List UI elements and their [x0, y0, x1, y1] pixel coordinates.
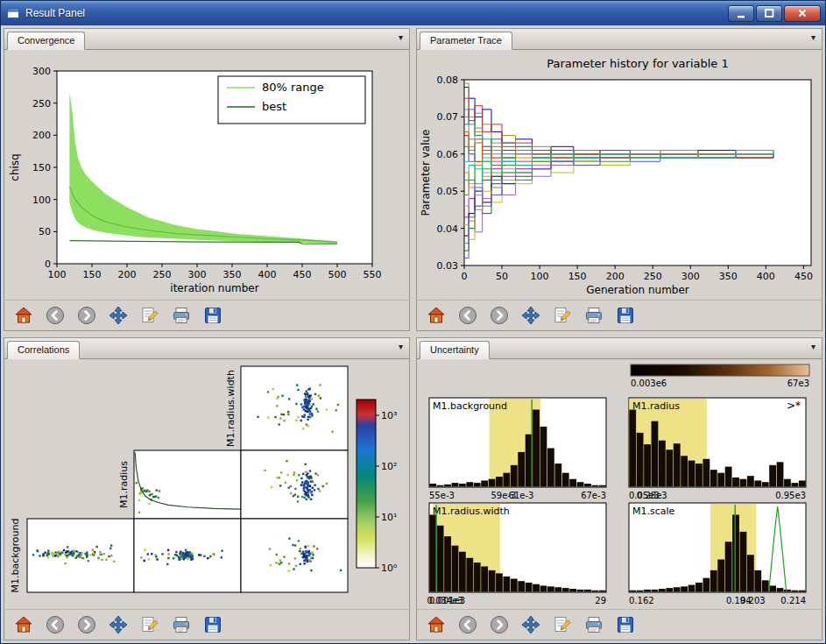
svg-text:best: best	[262, 100, 286, 113]
svg-text:M1.radius: M1.radius	[632, 400, 680, 412]
pan-icon	[108, 305, 129, 326]
minimize-button[interactable]	[728, 5, 754, 22]
pan-button[interactable]	[105, 303, 131, 328]
uncertainty-toolbar	[416, 609, 822, 640]
svg-text:0.162: 0.162	[629, 596, 654, 605]
save-icon	[615, 305, 636, 326]
correlation-panel	[241, 450, 348, 519]
svg-text:0.28e3: 0.28e3	[637, 491, 667, 500]
svg-text:100: 100	[531, 271, 549, 282]
back-icon	[45, 614, 66, 635]
back-button[interactable]	[455, 612, 481, 637]
tab-list-dropdown-icon[interactable]: ▾	[399, 342, 403, 351]
tab-list-dropdown-icon[interactable]: ▾	[811, 32, 815, 42]
trace-plot-canvas[interactable]: Parameter history for variable 105010015…	[416, 50, 822, 300]
svg-text:350: 350	[719, 271, 738, 282]
forward-button[interactable]	[486, 303, 512, 328]
print-icon	[171, 305, 192, 326]
edit-icon	[552, 305, 573, 326]
svg-text:100: 100	[48, 269, 67, 280]
back-button[interactable]	[455, 303, 481, 328]
svg-text:300: 300	[32, 66, 51, 77]
tab-correlations[interactable]: Correlations	[7, 341, 80, 359]
svg-text:61e-3: 61e-3	[509, 491, 534, 500]
uncertainty-figure: 0.003e667e3M1.background55e-359e-361e-36…	[417, 359, 822, 609]
edit-button[interactable]	[137, 612, 163, 637]
back-button[interactable]	[42, 303, 68, 328]
save-icon	[202, 614, 223, 635]
svg-text:300: 300	[681, 271, 700, 282]
svg-text:55e-3: 55e-3	[429, 491, 455, 500]
svg-text:M1.background: M1.background	[10, 518, 21, 592]
tab-list-dropdown-icon[interactable]: ▾	[811, 342, 815, 351]
svg-text:250: 250	[153, 269, 172, 280]
svg-text:80% range: 80% range	[262, 81, 324, 94]
home-button[interactable]	[423, 303, 449, 328]
pan-button[interactable]	[518, 303, 544, 328]
back-icon	[457, 614, 478, 635]
print-button[interactable]	[581, 303, 607, 328]
forward-button[interactable]	[74, 612, 100, 637]
uncertainty-plot-canvas[interactable]: 0.003e667e3M1.background55e-359e-361e-36…	[416, 359, 822, 609]
edit-icon	[139, 305, 160, 326]
titlebar[interactable]: Result Panel	[1, 1, 825, 25]
svg-text:67e3: 67e3	[787, 379, 809, 388]
edit-button[interactable]	[549, 303, 575, 328]
forward-icon	[76, 305, 97, 326]
pan-button[interactable]	[518, 612, 544, 637]
svg-text:M1.radius.width: M1.radius.width	[225, 370, 237, 447]
home-button[interactable]	[11, 303, 37, 328]
svg-text:>*: >*	[787, 400, 801, 412]
svg-text:100: 100	[32, 195, 51, 206]
svg-text:M1.radius.width: M1.radius.width	[433, 506, 510, 517]
correlations-colorbar	[357, 400, 376, 568]
convergence-plot-canvas[interactable]: 1001502002503003504004505005500501001502…	[4, 50, 410, 300]
panel-correlations: Correlations ▾ M1.radius.widthM1.radiusM…	[4, 337, 410, 640]
svg-text:0.003e6: 0.003e6	[631, 379, 667, 388]
svg-text:0.05: 0.05	[437, 186, 459, 197]
correlations-toolbar	[4, 609, 410, 640]
home-icon	[13, 614, 34, 635]
edit-icon	[139, 614, 160, 635]
close-button[interactable]	[784, 5, 821, 22]
uncertainty-tabbar: Uncertainty ▾	[416, 337, 822, 359]
panel-uncertainty: Uncertainty ▾ 0.003e667e3M1.background55…	[416, 337, 822, 640]
svg-text:29: 29	[595, 596, 606, 605]
save-button[interactable]	[612, 612, 639, 637]
save-button[interactable]	[200, 612, 226, 637]
print-button[interactable]	[168, 612, 194, 637]
close-icon	[795, 6, 809, 20]
edit-button[interactable]	[137, 303, 163, 328]
svg-text:250: 250	[644, 271, 662, 282]
tab-list-dropdown-icon[interactable]: ▾	[399, 32, 403, 42]
print-button[interactable]	[168, 303, 194, 328]
tab-uncertainty[interactable]: Uncertainty	[420, 341, 490, 359]
svg-text:0.95e3: 0.95e3	[775, 491, 806, 500]
home-icon	[426, 305, 447, 326]
correlations-tabbar: Correlations ▾	[4, 337, 410, 359]
convergence-tabbar: Convergence ▾	[4, 28, 410, 50]
svg-text:400: 400	[757, 271, 775, 282]
svg-text:50: 50	[39, 226, 51, 237]
svg-text:150: 150	[83, 269, 102, 280]
svg-text:iteration number: iteration number	[170, 282, 258, 294]
app-icon	[6, 6, 20, 20]
edit-icon	[552, 614, 573, 635]
correlations-figure: M1.radius.widthM1.radiusM1.backgroundM1.…	[4, 359, 409, 609]
forward-button[interactable]	[486, 612, 512, 637]
print-button[interactable]	[581, 612, 607, 637]
back-button[interactable]	[42, 612, 68, 637]
pan-button[interactable]	[105, 612, 131, 637]
edit-button[interactable]	[549, 612, 575, 637]
tab-convergence[interactable]: Convergence	[7, 32, 85, 50]
svg-text:0.04: 0.04	[437, 223, 459, 235]
home-button[interactable]	[11, 612, 37, 637]
tab-parameter-trace[interactable]: Parameter Trace	[420, 32, 512, 50]
forward-button[interactable]	[74, 303, 100, 328]
svg-text:10⁰: 10⁰	[381, 563, 398, 574]
maximize-button[interactable]	[756, 5, 782, 22]
save-button[interactable]	[612, 303, 639, 328]
save-button[interactable]	[200, 303, 226, 328]
home-button[interactable]	[423, 612, 449, 637]
correlations-plot-canvas[interactable]: M1.radius.widthM1.radiusM1.backgroundM1.…	[4, 359, 410, 609]
